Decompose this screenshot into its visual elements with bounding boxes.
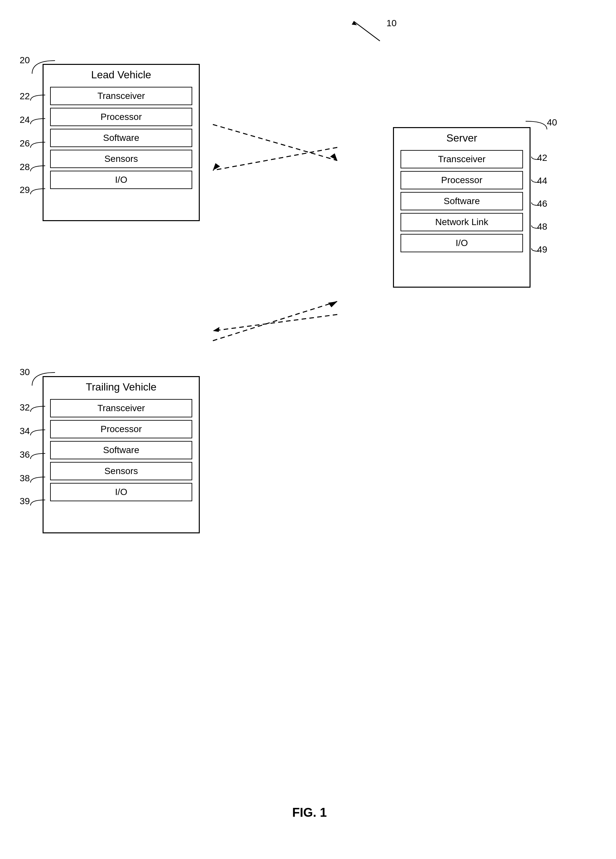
svg-line-2 (213, 125, 337, 161)
lead-transceiver: Transceiver (50, 87, 192, 105)
server-software: Software (401, 192, 523, 210)
trailing-server-arrow (196, 288, 399, 354)
lead-vehicle-box: Lead Vehicle Transceiver Processor Softw… (42, 64, 200, 221)
lead-sensors: Sensors (50, 150, 192, 168)
ref44-curve (530, 178, 540, 187)
ref34-curve (29, 428, 47, 438)
diagram-container: 10 20 Lead Vehicle Transceiver Processor… (0, 0, 616, 859)
ref22-curve (29, 94, 47, 103)
trailing-transceiver: Transceiver (50, 399, 192, 417)
ref10-arrow (347, 18, 390, 44)
svg-marker-7 (328, 301, 337, 307)
lead-io: I/O (50, 171, 192, 189)
ref-34-label: 34 (20, 426, 30, 436)
ref26-curve (29, 141, 47, 150)
trailing-vehicle-title: Trailing Vehicle (44, 377, 199, 397)
ref-39-label: 39 (20, 496, 30, 506)
ref-22-label: 22 (20, 91, 30, 102)
ref-24-label: 24 (20, 115, 30, 125)
lead-server-arrow (196, 115, 393, 180)
ref29-curve (29, 187, 47, 197)
svg-line-6 (213, 301, 337, 341)
ref32-curve (29, 405, 47, 414)
server-io: I/O (401, 234, 523, 252)
ref-32-label: 32 (20, 402, 30, 413)
ref49-curve (530, 247, 540, 256)
server-processor: Processor (401, 171, 523, 189)
trailing-processor: Processor (50, 420, 192, 438)
server-transceiver: Transceiver (401, 150, 523, 169)
server-box: Server Transceiver Processor Software Ne… (393, 127, 530, 287)
lead-vehicle-title: Lead Vehicle (44, 65, 199, 84)
ref-36-label: 36 (20, 450, 30, 460)
svg-line-8 (213, 314, 337, 331)
ref-26-label: 26 (20, 138, 30, 149)
server-title: Server (394, 128, 530, 147)
ref39-curve (29, 498, 47, 508)
ref-28-label: 28 (20, 162, 30, 172)
ref-30-label: 30 (20, 367, 30, 377)
svg-line-4 (213, 147, 337, 170)
ref42-curve (530, 155, 540, 164)
ref-38-label: 38 (20, 473, 30, 484)
svg-line-0 (354, 21, 380, 41)
lead-processor: Processor (50, 108, 192, 126)
figure-label: FIG. 1 (268, 806, 351, 820)
ref48-curve (530, 224, 540, 233)
trailing-sensors: Sensors (50, 462, 192, 480)
server-network-link: Network Link (401, 213, 523, 231)
trailing-io: I/O (50, 483, 192, 501)
ref-29-label: 29 (20, 185, 30, 195)
trailing-software: Software (50, 441, 192, 459)
ref28-curve (29, 164, 47, 174)
ref38-curve (29, 475, 47, 485)
lead-software: Software (50, 129, 192, 147)
ref46-curve (530, 201, 540, 210)
ref-20-label: 20 (20, 55, 30, 66)
svg-marker-9 (213, 327, 220, 332)
ref24-curve (29, 117, 47, 127)
ref36-curve (29, 452, 47, 462)
trailing-vehicle-box: Trailing Vehicle Transceiver Processor S… (42, 376, 200, 533)
